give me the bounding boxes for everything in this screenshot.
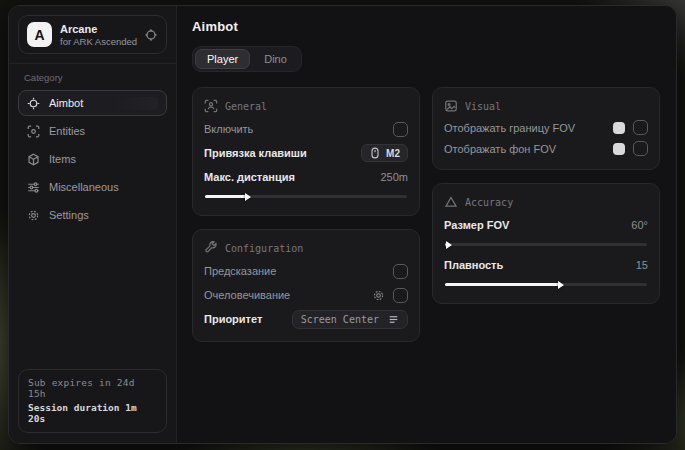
slider-fill bbox=[205, 195, 247, 198]
sidebar-item-aimbot[interactable]: Aimbot bbox=[18, 90, 167, 116]
humanization-label: Очеловечивание bbox=[204, 289, 290, 301]
visual-card-header: Visual bbox=[444, 99, 648, 113]
image-icon bbox=[444, 99, 458, 113]
visual-card: Visual Отображать границу FOV Отображать… bbox=[432, 87, 660, 170]
box-icon bbox=[27, 153, 40, 166]
keybind-value: M2 bbox=[386, 148, 400, 159]
humanization-controls bbox=[372, 288, 408, 303]
app-name: Arcane bbox=[60, 23, 136, 35]
fov-size-row: Размер FOV 60° bbox=[444, 213, 648, 237]
accuracy-card-header: Accuracy bbox=[444, 195, 648, 209]
priority-label: Приоритет bbox=[204, 313, 262, 325]
humanization-settings-gear-icon[interactable] bbox=[372, 289, 385, 302]
session-duration-text: Session duration 1m 20s bbox=[28, 402, 157, 424]
max-distance-label: Макс. дистанция bbox=[204, 171, 295, 183]
fov-border-row: Отображать границу FOV bbox=[444, 117, 648, 138]
crosshair-icon bbox=[27, 97, 40, 110]
watermark-smudge bbox=[112, 97, 158, 110]
smoothness-slider[interactable] bbox=[445, 283, 647, 286]
slider-thumb[interactable] bbox=[558, 281, 564, 289]
fov-background-checkbox[interactable] bbox=[633, 141, 648, 156]
prediction-label: Предсказание bbox=[204, 265, 276, 277]
general-card: General Включить Привязка клавиши bbox=[192, 87, 420, 216]
enable-row: Включить bbox=[204, 117, 408, 141]
max-distance-slider[interactable] bbox=[205, 195, 407, 198]
app-subtitle: for ARK Ascended bbox=[60, 36, 136, 47]
keybind-button[interactable]: M2 bbox=[361, 144, 408, 162]
slider-thumb[interactable] bbox=[446, 241, 452, 249]
fov-border-controls bbox=[613, 120, 648, 135]
sidebar-item-items[interactable]: Items bbox=[18, 146, 167, 172]
app-window: A Arcane for ARK Ascended Category Aim bbox=[8, 5, 677, 444]
fov-background-label: Отображать фон FOV bbox=[444, 143, 556, 155]
smoothness-label: Плавность bbox=[444, 259, 503, 271]
humanization-row: Очеловечивание bbox=[204, 283, 408, 307]
list-icon bbox=[388, 314, 399, 325]
brand-card: A Arcane for ARK Ascended bbox=[18, 15, 167, 54]
enable-checkbox[interactable] bbox=[393, 122, 408, 137]
general-card-header: General bbox=[204, 99, 408, 113]
scan-person-icon bbox=[27, 125, 40, 138]
sidebar-item-label: Items bbox=[49, 153, 76, 165]
target-tabs: Player Dino bbox=[192, 46, 302, 72]
sidebar-item-label: Settings bbox=[49, 209, 89, 221]
priority-dropdown[interactable]: Screen Center bbox=[292, 310, 408, 329]
triangle-icon bbox=[444, 195, 458, 209]
slider-fill bbox=[445, 283, 560, 286]
sub-expires-text: Sub expires in 24d 15h bbox=[28, 377, 157, 399]
right-column: Visual Отображать границу FOV Отображать… bbox=[432, 87, 660, 304]
fov-size-value: 60° bbox=[631, 219, 648, 231]
priority-row: Приоритет Screen Center bbox=[204, 307, 408, 331]
sidebar-item-entities[interactable]: Entities bbox=[18, 118, 167, 144]
sidebar-item-label: Miscellaneous bbox=[49, 181, 119, 193]
section-title: Visual bbox=[465, 101, 501, 112]
prediction-row: Предсказание bbox=[204, 259, 408, 283]
fov-size-label: Размер FOV bbox=[444, 219, 509, 231]
max-distance-row: Макс. дистанция 250m bbox=[204, 165, 408, 189]
sidebar-item-settings[interactable]: Settings bbox=[18, 202, 167, 228]
sidebar-item-label: Aimbot bbox=[49, 97, 83, 109]
section-title: General bbox=[225, 101, 267, 112]
sidebar: A Arcane for ARK Ascended Category Aim bbox=[9, 6, 177, 443]
gear-icon bbox=[27, 209, 40, 222]
page-title: Aimbot bbox=[192, 19, 660, 34]
fov-background-controls bbox=[613, 141, 648, 156]
accuracy-card: Accuracy Размер FOV 60° Плавность 15 bbox=[432, 183, 660, 304]
keybind-row: Привязка клавиши M2 bbox=[204, 141, 408, 165]
max-distance-value: 250m bbox=[380, 171, 408, 183]
enable-label: Включить bbox=[204, 123, 253, 135]
person-scan-icon bbox=[204, 99, 218, 113]
category-label: Category bbox=[24, 72, 161, 83]
sidebar-divider bbox=[9, 63, 176, 64]
left-column: General Включить Привязка клавиши bbox=[192, 87, 420, 342]
keybind-label: Привязка клавиши bbox=[204, 147, 307, 159]
brand-text: Arcane for ARK Ascended bbox=[60, 23, 136, 47]
settings-grid: General Включить Привязка клавиши bbox=[192, 87, 660, 342]
fov-border-label: Отображать границу FOV bbox=[444, 122, 575, 134]
slider-thumb[interactable] bbox=[245, 193, 251, 201]
fov-background-color-swatch[interactable] bbox=[613, 143, 625, 155]
configuration-card-header: Configuration bbox=[204, 241, 408, 255]
tab-dino[interactable]: Dino bbox=[252, 49, 299, 69]
section-title: Configuration bbox=[225, 243, 303, 254]
sidebar-item-label: Entities bbox=[49, 125, 85, 137]
section-title: Accuracy bbox=[465, 197, 513, 208]
tab-player[interactable]: Player bbox=[195, 49, 250, 69]
scope-crosshair-icon[interactable] bbox=[144, 28, 158, 42]
prediction-checkbox[interactable] bbox=[393, 264, 408, 279]
humanization-checkbox[interactable] bbox=[393, 288, 408, 303]
wrench-icon bbox=[204, 241, 218, 255]
main-content: Aimbot Player Dino General bbox=[177, 6, 676, 443]
sidebar-nav: Aimbot Entities Items bbox=[18, 90, 167, 228]
sidebar-item-miscellaneous[interactable]: Miscellaneous bbox=[18, 174, 167, 200]
mouse-icon bbox=[369, 147, 381, 159]
smoothness-value: 15 bbox=[636, 259, 648, 271]
app-logo: A bbox=[27, 22, 52, 47]
configuration-card: Configuration Предсказание Очеловечивани… bbox=[192, 229, 420, 342]
subscription-status-card: Sub expires in 24d 15h Session duration … bbox=[18, 369, 167, 433]
fov-border-color-swatch[interactable] bbox=[613, 122, 625, 134]
fov-size-slider[interactable] bbox=[445, 243, 647, 246]
fov-border-checkbox[interactable] bbox=[633, 120, 648, 135]
sliders-icon bbox=[27, 181, 40, 194]
fov-background-row: Отображать фон FOV bbox=[444, 138, 648, 159]
